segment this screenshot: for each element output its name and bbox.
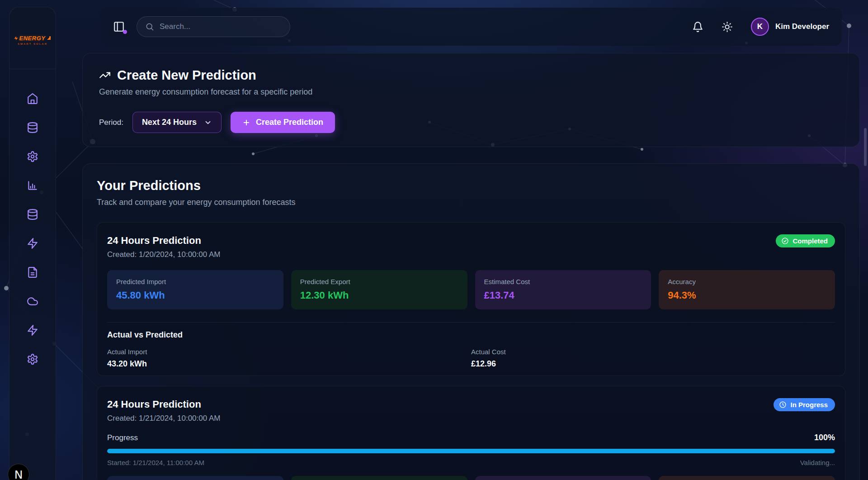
user-name[interactable]: Kim Developer [775, 22, 829, 31]
prediction-card-completed: 24 Hours Prediction Created: 1/20/2024, … [97, 222, 845, 376]
create-prediction-button[interactable]: Create Prediction [231, 112, 335, 133]
stat-box [659, 476, 835, 480]
status-badge-label: Completed [793, 237, 828, 245]
search-icon [145, 22, 154, 31]
sidebar-divider [9, 69, 56, 69]
prediction-stats: Predicted Import 45.80 kWh Predicted Exp… [107, 270, 835, 309]
sidebar-toggle-button[interactable] [113, 21, 125, 33]
logo-sun-icon [46, 35, 52, 41]
sidebar-item-reports[interactable] [27, 266, 38, 278]
notification-dot [123, 30, 127, 34]
period-label: Period: [99, 118, 123, 127]
bell-icon [692, 21, 703, 33]
search-container [137, 16, 290, 37]
actual-cost-label: Actual Cost [471, 348, 835, 356]
progress-label: Progress [107, 433, 138, 442]
stat-accuracy: Accuracy 94.3% [659, 270, 835, 309]
stat-box [475, 476, 651, 480]
actual-import: Actual Import 43.20 kWh [107, 348, 471, 369]
progress-stage: Validating... [800, 459, 835, 466]
app-logo[interactable]: ENERGY SMART SOLAR [14, 31, 52, 49]
file-text-icon [27, 266, 38, 278]
sidebar-item-energy[interactable] [27, 238, 38, 249]
sidebar-item-storage[interactable] [27, 209, 38, 220]
trending-up-icon [99, 69, 111, 81]
actual-import-label: Actual Import [107, 348, 471, 356]
actual-cost: Actual Cost £12.96 [471, 348, 835, 369]
stat-label: Estimated Cost [484, 278, 642, 286]
cloud-icon [27, 295, 38, 307]
create-prediction-card: Create New Prediction Generate energy co… [82, 53, 860, 147]
scrollbar-thumb[interactable] [864, 128, 867, 166]
predictions-section-title: Your Predictions [97, 177, 845, 194]
progress-bar-fill [107, 449, 835, 453]
status-badge-in-progress: In Progress [774, 398, 835, 411]
stat-predicted-export: Predicted Export 12.30 kWh [291, 270, 467, 309]
sidebar-item-power[interactable] [27, 324, 38, 336]
gear-icon [27, 151, 38, 162]
zap-icon [27, 238, 38, 249]
logo-bolt-icon [14, 36, 19, 41]
stat-value: £13.74 [484, 290, 642, 301]
sun-icon [722, 21, 733, 33]
chevron-down-icon [204, 119, 212, 127]
actual-import-value: 43.20 kWh [107, 359, 471, 369]
database-icon [27, 122, 38, 133]
prediction-created: Created: 1/21/2024, 10:00:00 AM [107, 414, 220, 423]
create-button-label: Create Prediction [256, 118, 323, 127]
plus-icon [242, 119, 250, 127]
prediction-title: 24 Hours Prediction [107, 234, 220, 247]
sidebar-item-home[interactable] [27, 93, 38, 105]
notifications-button[interactable] [692, 21, 703, 33]
progress-started: Started: 1/21/2024, 11:00:00 AM [107, 459, 204, 466]
progress-bar [107, 449, 835, 453]
status-badge-completed: Completed [776, 234, 835, 247]
period-dropdown[interactable]: Next 24 Hours [132, 112, 222, 133]
prediction-created: Created: 1/20/2024, 10:00:00 AM [107, 250, 220, 259]
card-divider [107, 322, 835, 323]
logo-tagline: SMART SOLAR [18, 43, 47, 45]
stat-label: Predicted Import [116, 278, 274, 286]
prediction-stats-cutoff [107, 476, 835, 480]
stat-label: Predicted Export [300, 278, 458, 286]
sidebar-item-analytics[interactable] [27, 180, 38, 191]
period-value: Next 24 Hours [142, 118, 197, 127]
sidebar-nav [27, 93, 38, 365]
actual-cost-value: £12.96 [471, 359, 835, 369]
sidebar-item-settings[interactable] [27, 151, 38, 162]
prediction-title: 24 Hours Prediction [107, 398, 220, 411]
stat-estimated-cost: Estimated Cost £13.74 [475, 270, 651, 309]
predictions-section-subtitle: Track and compare your energy consumptio… [97, 197, 845, 207]
stat-label: Accuracy [668, 278, 826, 286]
database-icon [27, 209, 38, 220]
logo-text: ENERGY [19, 35, 46, 42]
clock-icon [779, 401, 787, 409]
stat-value: 94.3% [668, 290, 826, 301]
stat-value: 12.30 kWh [300, 290, 458, 301]
topbar: K Kim Developer [100, 8, 842, 46]
theme-toggle-button[interactable] [722, 21, 733, 33]
stat-predicted-import: Predicted Import 45.80 kWh [107, 270, 283, 309]
gear-icon [27, 353, 38, 365]
home-icon [27, 93, 38, 105]
topbar-actions: K Kim Developer [692, 18, 829, 36]
create-section-subtitle: Generate energy consumption forecast for… [99, 87, 843, 97]
stat-box [291, 476, 467, 480]
user-avatar[interactable]: K [751, 18, 769, 36]
stat-value: 45.80 kWh [116, 290, 274, 301]
bar-chart-icon [27, 180, 38, 191]
avatar-initial: K [757, 22, 763, 31]
sidebar-item-database[interactable] [27, 122, 38, 133]
prediction-card-in-progress: 24 Hours Prediction Created: 1/21/2024, … [97, 386, 845, 480]
sidebar-item-weather[interactable] [27, 295, 38, 307]
sidebar: ENERGY SMART SOLAR [9, 7, 56, 480]
nextjs-logo: N [14, 468, 23, 480]
actual-vs-predicted-title: Actual vs Predicted [107, 330, 835, 340]
search-input[interactable] [160, 22, 282, 31]
progress-percent: 100% [814, 433, 835, 442]
create-section-title: Create New Prediction [117, 67, 256, 83]
your-predictions-card: Your Predictions Track and compare your … [82, 163, 860, 480]
check-circle-icon [781, 237, 789, 245]
sidebar-item-preferences[interactable] [27, 353, 38, 365]
stat-box [107, 476, 283, 480]
